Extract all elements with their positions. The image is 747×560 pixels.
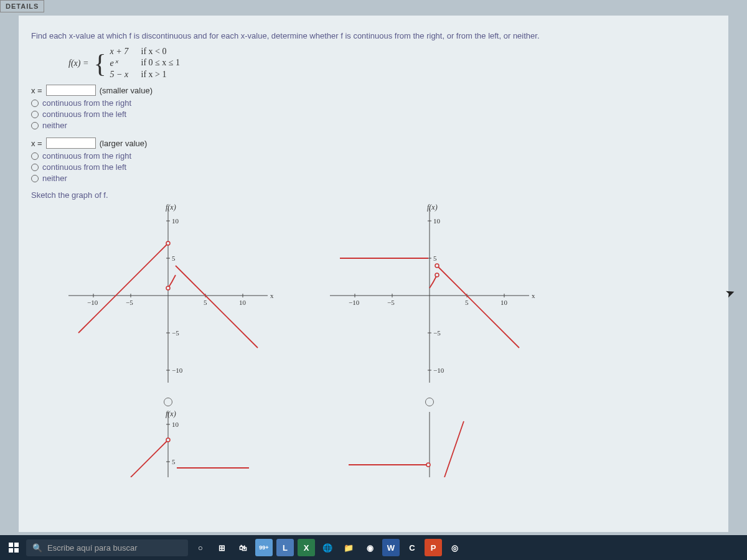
svg-text:5: 5: [172, 458, 176, 465]
piece-cond: if x > 1: [141, 70, 167, 80]
svg-text:10: 10: [239, 299, 247, 306]
smaller-value-input[interactable]: [46, 85, 96, 96]
svg-text:−10: −10: [433, 366, 444, 374]
svg-rect-59: [14, 548, 19, 553]
larger-value-input[interactable]: [46, 138, 96, 149]
svg-rect-57: [14, 543, 19, 547]
question-panel: Find each x-value at which f is disconti…: [19, 16, 728, 532]
taskbar-search[interactable]: 🔍 Escribe aquí para buscar: [26, 539, 188, 556]
x-axis-label: x: [532, 292, 535, 299]
windows-icon: [9, 543, 19, 553]
svg-rect-58: [9, 548, 13, 553]
start-button[interactable]: [5, 539, 22, 556]
svg-text:5: 5: [433, 254, 437, 262]
answer-larger: x = (larger value) continuous from the r…: [31, 138, 716, 183]
powerpoint-icon[interactable]: P: [425, 539, 442, 556]
answer-smaller: x = (smaller value) continuous from the …: [31, 85, 716, 130]
larger-hint: (larger value): [100, 139, 148, 148]
svg-line-49: [131, 440, 168, 477]
svg-text:10: 10: [172, 421, 179, 428]
search-icon: 🔍: [32, 543, 42, 553]
radio-neither[interactable]: [31, 122, 39, 129]
svg-line-21: [176, 266, 258, 348]
svg-text:−5: −5: [172, 329, 179, 337]
svg-point-41: [435, 273, 439, 277]
radio-label: continuous from the right: [42, 98, 131, 108]
search-placeholder: Escribe aquí para buscar: [47, 543, 138, 553]
brace-icon: {: [93, 50, 106, 77]
piece-cond: if x < 0: [141, 47, 167, 57]
svg-text:10: 10: [500, 299, 508, 306]
svg-text:10: 10: [433, 217, 441, 225]
taskbar: 🔍 Escribe aquí para buscar ○ ⊞ 🛍 99+ L X…: [0, 535, 747, 560]
store-icon[interactable]: 🛍: [234, 539, 251, 556]
piecewise-function: f(x) = { x + 7if x < 0 eˣif 0 ≤ x ≤ 1 5 …: [68, 47, 716, 80]
fx-equals: f(x) =: [68, 58, 88, 68]
piece-expr: x + 7: [110, 47, 141, 57]
svg-point-50: [166, 438, 170, 442]
graph-option-a-radio[interactable]: [164, 398, 172, 406]
piece-expr: 5 − x: [110, 70, 141, 80]
chrome-icon[interactable]: ◎: [446, 539, 463, 556]
svg-text:−10: −10: [349, 299, 360, 306]
radio-label: neither: [42, 121, 67, 130]
svg-text:−5: −5: [433, 329, 441, 337]
radio-label: continuous from the left: [42, 110, 126, 119]
fx-axis-label: f(x): [427, 203, 438, 212]
svg-point-43: [435, 264, 439, 268]
edge-icon[interactable]: 🌐: [319, 539, 336, 556]
word-icon[interactable]: W: [382, 539, 400, 556]
graph-option-d[interactable]: [317, 409, 542, 477]
file-explorer-icon[interactable]: 📁: [340, 539, 357, 556]
question-text: Find each x-value at which f is disconti…: [31, 31, 716, 40]
radio-left[interactable]: [31, 111, 39, 118]
graph-option-b[interactable]: f(x) x −10 −5 5 10 10 5 −5 −10: [317, 202, 542, 389]
tab-details[interactable]: DETAILS: [0, 0, 44, 12]
x-equals-label: x =: [31, 86, 42, 95]
svg-point-19: [166, 241, 170, 245]
svg-text:−10: −10: [172, 366, 183, 374]
graph-option-a[interactable]: f(x) x −10 −5 5 10 10 5 −5 −10: [56, 202, 280, 389]
radio-right[interactable]: [31, 100, 39, 107]
top-tabs: DETAILS: [0, 0, 747, 12]
piece-expr: eˣ: [110, 58, 141, 68]
svg-text:5: 5: [172, 254, 176, 262]
svg-text:5: 5: [204, 299, 207, 306]
app-c-icon[interactable]: C: [403, 539, 421, 556]
fx-axis-label: f(x): [166, 409, 176, 418]
x-axis-label: x: [270, 292, 274, 299]
svg-line-18: [78, 243, 168, 333]
radio-left[interactable]: [31, 164, 39, 171]
mail-badge-icon[interactable]: 99+: [255, 539, 273, 556]
x-equals-label: x =: [31, 139, 42, 148]
radio-neither[interactable]: [31, 175, 39, 182]
svg-text:−10: −10: [87, 299, 98, 306]
svg-point-20: [166, 286, 170, 290]
graph-option-b-radio[interactable]: [425, 398, 434, 406]
app-x-icon[interactable]: X: [298, 539, 315, 556]
graphs-row-2: f(x) 10 5: [56, 409, 716, 477]
graph-option-c[interactable]: f(x) 10 5: [56, 409, 280, 477]
svg-rect-56: [9, 543, 13, 547]
graphs-row-1: f(x) x −10 −5 5 10 10 5 −5 −10: [56, 202, 716, 406]
radio-label: continuous from the right: [42, 151, 131, 161]
cortana-icon[interactable]: ○: [192, 539, 209, 556]
radio-label: continuous from the left: [42, 162, 126, 172]
smaller-hint: (smaller value): [100, 86, 153, 95]
task-view-icon[interactable]: ⊞: [213, 539, 230, 556]
svg-line-42: [437, 266, 519, 348]
svg-line-55: [444, 421, 464, 477]
app-l-icon[interactable]: L: [276, 539, 294, 556]
svg-text:−5: −5: [126, 299, 133, 306]
svg-point-54: [426, 463, 430, 467]
app-green-icon[interactable]: ◉: [361, 539, 378, 556]
radio-label: neither: [42, 174, 67, 183]
svg-text:10: 10: [172, 217, 179, 225]
radio-right[interactable]: [31, 152, 39, 160]
svg-text:5: 5: [465, 299, 469, 306]
fx-axis-label: f(x): [166, 203, 176, 212]
svg-text:−5: −5: [387, 299, 395, 306]
sketch-label: Sketch the graph of f.: [31, 190, 716, 200]
piece-cond: if 0 ≤ x ≤ 1: [141, 58, 180, 68]
